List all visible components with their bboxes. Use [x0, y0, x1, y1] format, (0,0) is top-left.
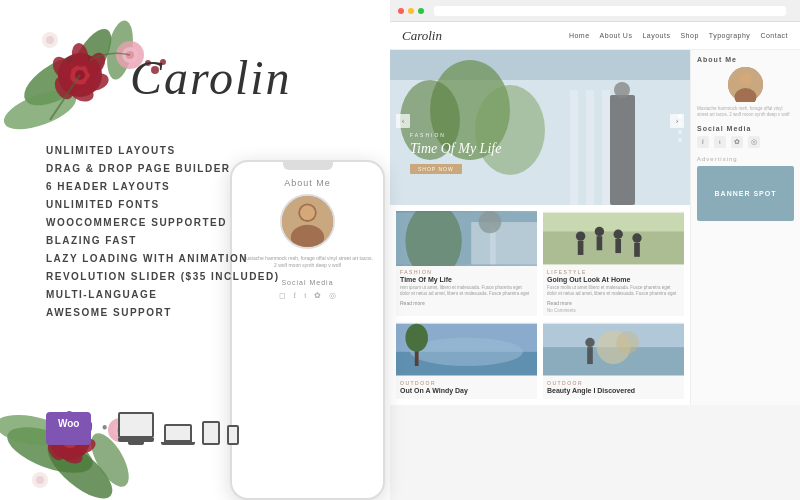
svg-point-2 — [0, 83, 81, 137]
woo-text: Woo — [58, 418, 79, 429]
svg-point-1 — [60, 23, 119, 98]
svg-point-43 — [32, 472, 48, 488]
svg-point-9 — [83, 50, 109, 79]
svg-point-17 — [42, 32, 58, 48]
blog-grid: FASHION Time Of My Life rem ipsum ut ame… — [390, 205, 690, 405]
feature-item: DRAG & DROP PAGE BUILDER — [46, 163, 280, 174]
nav-shop[interactable]: Shop — [680, 32, 698, 39]
svg-rect-67 — [615, 239, 621, 253]
site-layout: FASHION Time Of My Life SHOP NOW ‹ › — [390, 50, 800, 405]
twitter-icon[interactable]: t — [304, 291, 306, 300]
blog-card-4: OUTDOOR Beauty Angle I Discovered — [543, 322, 684, 399]
feature-item: BLAZING FAST — [46, 235, 280, 246]
svg-point-25 — [300, 205, 315, 220]
laptop-base — [161, 442, 195, 445]
hero-shop-button[interactable]: SHOP NOW — [410, 164, 462, 174]
post-2-read-more[interactable]: Read more — [547, 300, 680, 306]
sidebar-social-title: Social Media — [697, 125, 794, 132]
svg-point-6 — [70, 65, 90, 85]
feature-item: 6 HEADER LAYOUTS — [46, 181, 280, 192]
rss-icon[interactable]: ◎ — [329, 291, 336, 300]
nav-typography[interactable]: Typography — [709, 32, 751, 39]
svg-point-4 — [58, 53, 102, 97]
post-2-text: Fusce molis ut amet libero et malesuada.… — [547, 285, 680, 298]
sidebar-social-icons: f t ✿ ◎ — [697, 136, 794, 148]
desktop-mockup: Carolin Home About Us Layouts Shop Typog… — [390, 0, 800, 500]
slider-dot-1[interactable] — [678, 114, 682, 118]
monitor-icon — [118, 412, 154, 438]
post-1-title: Time Of My Life — [400, 276, 533, 283]
svg-rect-65 — [597, 236, 603, 250]
post-1-read-more[interactable]: Read more — [400, 300, 533, 306]
svg-point-8 — [70, 42, 90, 68]
browser-chrome — [390, 0, 800, 22]
svg-point-78 — [616, 331, 639, 354]
svg-point-62 — [576, 231, 585, 240]
post-1-category: FASHION — [400, 269, 533, 275]
feature-item: UNLIMITED FONTS — [46, 199, 280, 210]
post-3-category: OUTDOOR — [400, 380, 533, 386]
svg-rect-63 — [578, 241, 584, 255]
nav-home[interactable]: Home — [569, 32, 590, 39]
sidebar-rss-icon[interactable]: ◎ — [748, 136, 760, 148]
instagram-icon[interactable]: ◻ — [279, 291, 286, 300]
sidebar-facebook-icon[interactable]: f — [697, 136, 709, 148]
post-3-title: Out On A Windy Day — [400, 387, 533, 394]
browser-close-dot[interactable] — [398, 8, 404, 14]
hero-text-box: FASHION Time Of My Life SHOP NOW — [410, 132, 501, 175]
svg-rect-69 — [634, 243, 640, 257]
svg-point-0 — [16, 44, 103, 115]
nav-about[interactable]: About Us — [600, 32, 633, 39]
svg-point-59 — [479, 211, 502, 233]
blog-card-2: LIFESTYLE Going Out Look At Home Fusce m… — [543, 211, 684, 316]
browser-url-bar[interactable] — [434, 6, 786, 16]
post-2-comments: No Comments — [547, 308, 680, 313]
slider-dot-2[interactable] — [678, 122, 682, 126]
site-main: FASHION Time Of My Life SHOP NOW ‹ › — [390, 50, 690, 405]
svg-point-74 — [405, 323, 428, 351]
svg-rect-47 — [570, 90, 578, 205]
sidebar-advertising-title: Advertising — [697, 156, 794, 162]
blog-card-3: OUTDOOR Out On A Windy Day — [396, 322, 537, 399]
svg-point-10 — [83, 70, 111, 93]
nav-contact[interactable]: Contact — [760, 32, 788, 39]
svg-point-12 — [51, 74, 77, 103]
nav-layouts[interactable]: Layouts — [642, 32, 670, 39]
svg-rect-53 — [610, 95, 635, 205]
svg-point-18 — [46, 36, 54, 44]
feature-item: LAZY LOADING WITH ANIMATION — [46, 253, 280, 264]
hero-prev-arrow[interactable]: ‹ — [396, 114, 410, 128]
site-logo-small: Carolin — [402, 28, 442, 44]
svg-point-56 — [405, 211, 461, 266]
slider-dot-4[interactable] — [678, 138, 682, 142]
feature-item: UNLIMITED LAYOUTS — [46, 145, 280, 156]
hero-category: FASHION — [410, 132, 501, 138]
sidebar-pinterest-icon[interactable]: ✿ — [731, 136, 743, 148]
feature-item: WOOCOMMERCE SUPPORTED — [46, 217, 280, 228]
svg-rect-80 — [587, 347, 593, 364]
facebook-icon[interactable]: f — [294, 291, 297, 300]
slider-dot-3[interactable] — [678, 130, 682, 134]
phone-icon — [227, 425, 239, 445]
svg-point-54 — [614, 82, 630, 98]
sidebar-twitter-icon[interactable]: t — [714, 136, 726, 148]
browser-minimize-dot[interactable] — [408, 8, 414, 14]
logo-area: Carolin — [130, 50, 292, 105]
phone-notch — [283, 162, 333, 170]
site-hero: FASHION Time Of My Life SHOP NOW ‹ › — [390, 50, 690, 205]
phone-avatar — [280, 194, 335, 249]
sidebar-about-title: About Me — [697, 56, 794, 63]
browser-maximize-dot[interactable] — [418, 8, 424, 14]
features-list: UNLIMITED LAYOUTS DRAG & DROP PAGE BUILD… — [46, 145, 280, 325]
laptop-icon — [164, 424, 192, 442]
feature-item: AWESOME SUPPORT — [46, 307, 280, 318]
svg-point-79 — [585, 338, 594, 347]
left-panel: Carolin UNLIMITED LAYOUTS DRAG & DROP PA… — [0, 0, 410, 500]
pinterest-icon[interactable]: ✿ — [314, 291, 321, 300]
svg-point-44 — [36, 476, 44, 484]
badge-area: Woo • — [46, 412, 239, 445]
hero-title: Time Of My Life — [410, 141, 501, 157]
post-2-title: Going Out Look At Home — [547, 276, 680, 283]
svg-point-7 — [75, 70, 85, 80]
svg-point-13 — [49, 54, 75, 83]
